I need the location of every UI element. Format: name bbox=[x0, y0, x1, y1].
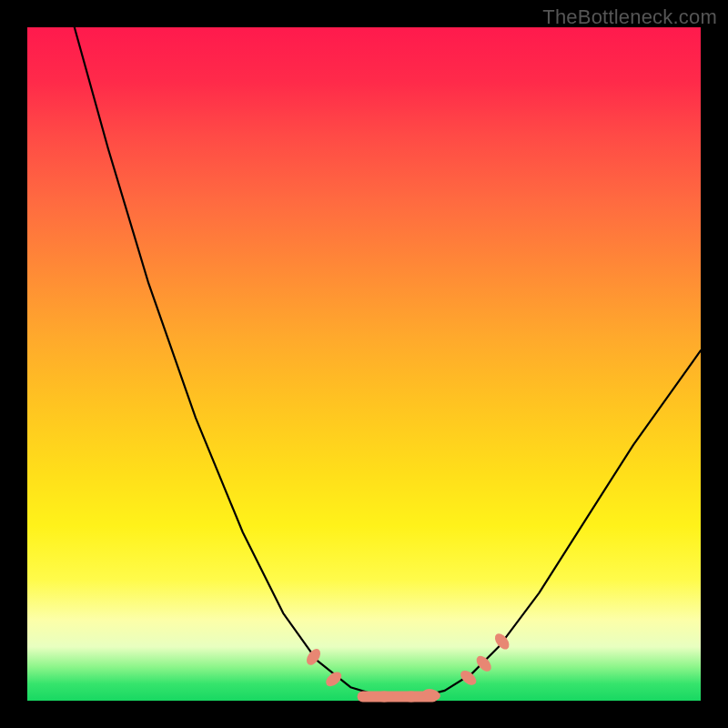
data-marker bbox=[402, 692, 420, 703]
data-marker bbox=[304, 646, 323, 667]
data-marker bbox=[375, 692, 393, 703]
chart-frame: TheBottleneck.com bbox=[0, 0, 728, 728]
watermark-text: TheBottleneck.com bbox=[542, 5, 717, 29]
data-marker bbox=[474, 653, 494, 674]
bottleneck-curve bbox=[75, 27, 701, 697]
plot-area bbox=[27, 27, 701, 701]
bottleneck-curve-layer bbox=[27, 27, 701, 701]
